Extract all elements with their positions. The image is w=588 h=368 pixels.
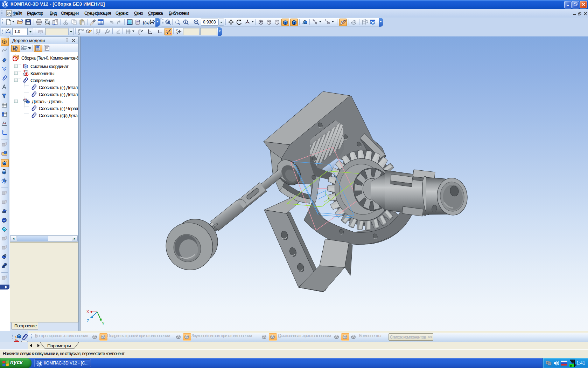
svg-text:Z: Z — [87, 319, 89, 323]
svg-text:5: 5 — [570, 364, 572, 367]
svg-text:Параметры: Параметры — [47, 343, 71, 348]
svg-text:?: ? — [152, 19, 155, 25]
svg-text:Y: Y — [102, 321, 105, 326]
svg-text:X: X — [86, 309, 89, 314]
